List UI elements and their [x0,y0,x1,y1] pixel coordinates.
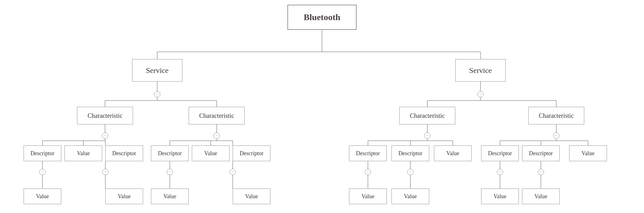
circle-desc5: − [365,169,371,175]
root-node: Bluetooth [287,5,357,30]
circle-desc3: − [167,169,173,175]
descriptor-node-2: Descriptor [105,145,143,161]
leaf-value-5: Value [349,188,387,204]
descriptor-node-7: Descriptor [481,145,519,161]
service-node-1: Service [132,59,182,82]
connector-lines [0,0,644,213]
leaf-value-7: Value [481,188,519,204]
descriptor-node-8: Descriptor [522,145,560,161]
char2-label: Characteristic [199,112,234,119]
circle-desc7: − [497,169,503,175]
leaf-value-1: Value [24,188,61,204]
circle-char2: − [214,133,220,139]
value-node-3: Value [434,145,472,161]
descriptor-node-4: Descriptor [233,145,270,161]
descriptor-node-5: Descriptor [349,145,387,161]
char1-label: Characteristic [87,112,122,119]
circle-char1: − [102,133,108,139]
tree-diagram: Bluetooth Service Service − − Characteri… [0,0,644,213]
descriptor-node-6: Descriptor [391,145,429,161]
characteristic-node-1: Characteristic [77,107,133,124]
characteristic-node-3: Characteristic [399,107,455,124]
circle-service2: − [477,91,484,97]
char4-label: Characteristic [539,112,574,119]
characteristic-node-2: Characteristic [189,107,245,124]
circle-char3: − [424,133,430,139]
circle-desc2: − [102,169,108,175]
circle-desc4: − [230,169,236,175]
char3-label: Characteristic [410,112,445,119]
value-node-4: Value [569,145,607,161]
characteristic-node-4: Characteristic [528,107,584,124]
leaf-value-3: Value [151,188,189,204]
leaf-value-6: Value [391,188,429,204]
service1-label: Service [146,66,169,75]
leaf-value-8: Value [522,188,560,204]
value-node-1: Value [64,145,102,161]
circle-desc1: − [39,169,46,175]
descriptor-node-1: Descriptor [24,145,61,161]
circle-desc6: − [407,169,414,175]
leaf-value-4: Value [233,188,270,204]
root-label: Bluetooth [304,12,341,22]
leaf-value-2: Value [105,188,143,204]
circle-service1: − [154,91,160,97]
circle-char4: − [553,133,559,139]
circle-desc8: − [538,169,544,175]
descriptor-node-3: Descriptor [151,145,189,161]
service2-label: Service [469,66,492,75]
service-node-2: Service [455,59,506,82]
value-node-2: Value [192,145,230,161]
